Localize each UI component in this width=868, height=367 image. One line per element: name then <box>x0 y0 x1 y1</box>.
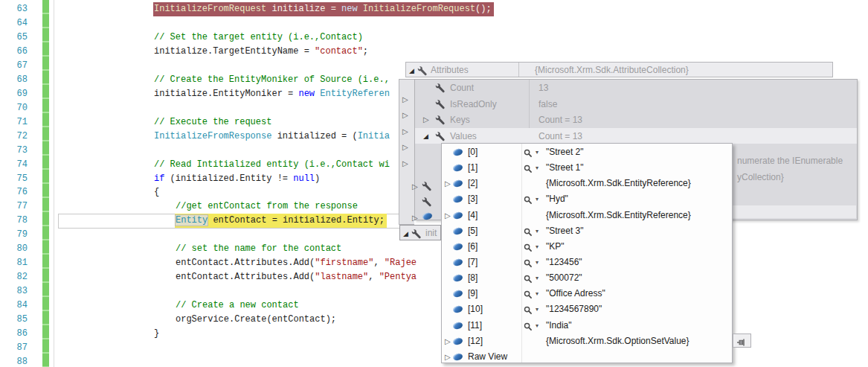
code-line[interactable]: // Read Intitialized entity (i.e.,Contac… <box>154 158 390 172</box>
dropdown-caret-icon[interactable]: ▾ <box>536 197 539 202</box>
line-number[interactable]: 87 <box>0 341 28 355</box>
line-number[interactable]: 81 <box>0 256 28 270</box>
dropdown-caret-icon[interactable]: ▾ <box>536 275 539 281</box>
code-line[interactable]: Entity entContact = initialized.Entity; <box>176 214 387 228</box>
line-number[interactable]: 77 <box>0 200 28 214</box>
expanded-expander-icon[interactable]: ◢ <box>423 133 428 140</box>
line-number[interactable]: 68 <box>0 73 28 87</box>
code-line[interactable]: // Set the target entity (i.e.,Contact) <box>154 31 363 45</box>
code-line[interactable]: // set the name for the contact <box>176 242 341 256</box>
line-number[interactable]: 80 <box>0 242 28 256</box>
collapsed-expander-icon[interactable]: ▷ <box>445 212 451 220</box>
datatip-attributes-row[interactable]: ◢ Attributes {Microsoft.Xrm.Sdk.Attribut… <box>405 62 833 77</box>
code-line[interactable]: initialize.TargetEntityName = "contact"; <box>154 45 368 59</box>
values-list-row[interactable]: [1]▾"Street 1" <box>442 159 732 175</box>
line-number[interactable]: 79 <box>0 228 28 242</box>
field-icon <box>452 290 463 299</box>
values-list-row[interactable]: [0]▾"Street 2" <box>442 144 732 159</box>
dropdown-caret-icon[interactable]: ▾ <box>536 260 539 266</box>
code-line[interactable]: entContact.Attributes.Add("lastname", "P… <box>176 270 417 284</box>
line-number[interactable]: 67 <box>0 59 28 73</box>
collapsed-expander-icon[interactable]: ▷ <box>445 354 451 361</box>
line-number[interactable]: 82 <box>0 270 28 284</box>
values-list-row[interactable]: [9]▾"Office Adress" <box>442 285 732 301</box>
line-number[interactable]: 88 <box>0 355 28 367</box>
line-number[interactable]: 76 <box>0 185 28 200</box>
datatip-root-row[interactable]: ◢ init <box>399 225 441 240</box>
datatip-member-row[interactable]: IsReadOnlyfalse <box>415 96 857 112</box>
code-line[interactable]: // Create a new contact <box>176 299 299 313</box>
code-token: entContact = initialized.Entity; <box>208 215 385 226</box>
code-line[interactable]: InitializeFromResponse initialized = (In… <box>154 130 390 144</box>
index-label: [2] <box>468 178 478 188</box>
line-number[interactable]: 86 <box>0 327 28 341</box>
index-label: [8] <box>468 272 478 283</box>
line-number[interactable]: 70 <box>0 101 28 115</box>
datatip-member-row[interactable]: Count13 <box>415 80 857 96</box>
line-number[interactable]: 78 <box>0 214 28 228</box>
expanded-expander-icon[interactable]: ◢ <box>409 67 414 74</box>
line-number[interactable]: 85 <box>0 313 28 327</box>
wrench-icon <box>422 181 431 194</box>
values-list-row[interactable]: ▷[12]{Microsoft.Xrm.Sdk.OptionSetValue} <box>442 333 732 348</box>
code-line[interactable]: initialize.EntityMoniker = new EntityRef… <box>154 87 390 101</box>
collapsed-expander-icon[interactable]: ▷ <box>402 144 408 151</box>
values-list-row[interactable]: [8]▾"500072" <box>442 269 732 285</box>
line-number[interactable]: 74 <box>0 158 28 172</box>
line-number[interactable]: 66 <box>0 45 28 59</box>
values-list-row[interactable]: [5]▾"Street 3" <box>442 223 732 238</box>
collapsed-expander-icon[interactable]: ▷ <box>423 116 429 124</box>
dropdown-caret-icon[interactable]: ▾ <box>536 150 539 156</box>
collapsed-expander-icon[interactable]: ▷ <box>402 112 408 119</box>
code-line[interactable]: //get entContact from the response <box>176 200 358 214</box>
dropdown-caret-icon[interactable]: ▾ <box>536 229 539 234</box>
collapsed-expander-icon[interactable]: ▷ <box>445 338 451 345</box>
line-number[interactable]: 64 <box>0 16 28 31</box>
values-list-row[interactable]: ▷Raw View <box>442 348 732 364</box>
code-line[interactable]: entContact.Attributes.Add("firstname", "… <box>176 256 417 270</box>
collapsed-expander-icon[interactable]: ▷ <box>445 180 451 188</box>
value-text: "Street 3" <box>546 226 584 236</box>
collapsed-expander-icon[interactable]: ▷ <box>412 214 418 222</box>
code-line[interactable]: // Execute the request <box>154 115 271 130</box>
expanded-expander-icon[interactable]: ◢ <box>403 230 408 237</box>
line-number[interactable]: 65 <box>0 31 28 45</box>
dropdown-caret-icon[interactable]: ▾ <box>536 291 539 297</box>
values-list-row[interactable]: [10]▾"1234567890" <box>442 301 732 316</box>
code-line[interactable]: InitializeFromRequest initialize = new I… <box>154 2 494 16</box>
code-line[interactable]: } <box>154 327 159 341</box>
line-number[interactable]: 71 <box>0 115 28 130</box>
collapsed-expander-icon[interactable]: ▷ <box>402 128 408 135</box>
collapsed-expander-icon[interactable]: ▷ <box>402 160 408 167</box>
values-list-row[interactable]: [11]▾"India" <box>442 317 732 333</box>
wrench-icon <box>435 131 445 144</box>
pin-button[interactable] <box>733 334 751 348</box>
code-line[interactable]: // Create the EntityMoniker of Source (i… <box>154 73 390 87</box>
dropdown-caret-icon[interactable]: ▾ <box>536 165 539 171</box>
datatip-member-row[interactable]: ◢ValuesCount = 13 <box>415 128 857 144</box>
line-number[interactable]: 73 <box>0 144 28 158</box>
line-number[interactable]: 84 <box>0 299 28 313</box>
line-number[interactable]: 83 <box>0 284 28 299</box>
values-list-row[interactable]: ▷[2]{Microsoft.Xrm.Sdk.EntityReference} <box>442 175 732 191</box>
collapsed-expander-icon[interactable]: ▷ <box>402 96 408 103</box>
field-icon <box>422 212 433 221</box>
code-line[interactable]: { <box>154 185 159 200</box>
dropdown-caret-icon[interactable]: ▾ <box>536 244 539 250</box>
line-number[interactable]: 63 <box>0 2 28 16</box>
values-list-row[interactable]: ▷[4]{Microsoft.Xrm.Sdk.EntityReference} <box>442 207 732 223</box>
code-token: initialized = ( <box>271 131 357 141</box>
line-number[interactable]: 75 <box>0 172 28 186</box>
code-line[interactable]: if (initialized.Entity != null) <box>154 172 320 186</box>
values-list-row[interactable]: [3]▾"Hyd" <box>442 191 732 206</box>
code-line[interactable]: orgService.Create(entContact); <box>176 313 336 327</box>
values-list-row[interactable]: [7]▾"123456" <box>442 254 732 269</box>
dropdown-caret-icon[interactable]: ▾ <box>536 323 539 329</box>
datatip-values-list[interactable]: [0]▾"Street 2"[1]▾"Street 1"▷[2]{Microso… <box>441 143 733 363</box>
values-list-row[interactable]: [6]▾"KP" <box>442 238 732 254</box>
dropdown-caret-icon[interactable]: ▾ <box>536 307 539 313</box>
line-number[interactable]: 72 <box>0 130 28 144</box>
line-number[interactable]: 69 <box>0 87 28 101</box>
collapsed-expander-icon[interactable]: ▷ <box>412 183 418 191</box>
datatip-member-row[interactable]: ▷KeysCount = 13 <box>415 112 857 128</box>
